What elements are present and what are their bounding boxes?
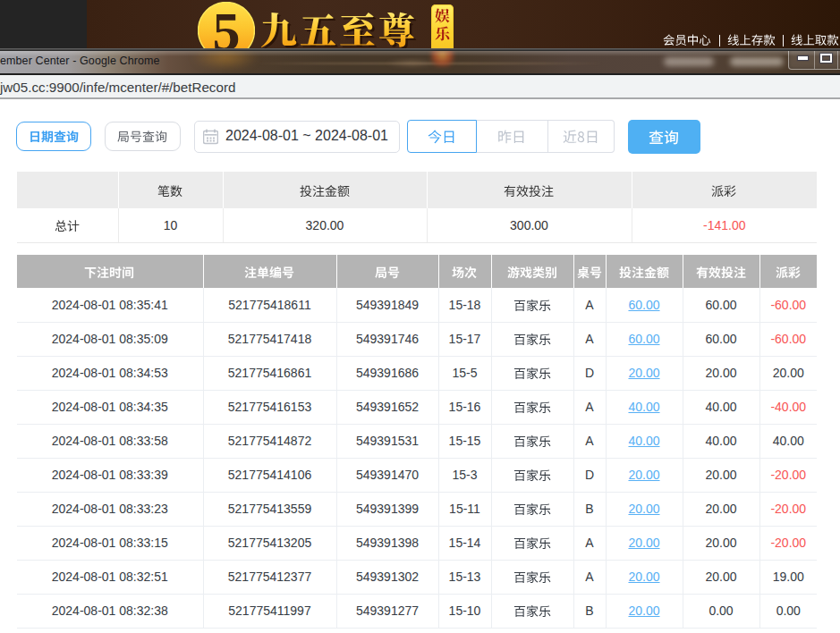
svg-text:5: 5 bbox=[213, 2, 241, 48]
